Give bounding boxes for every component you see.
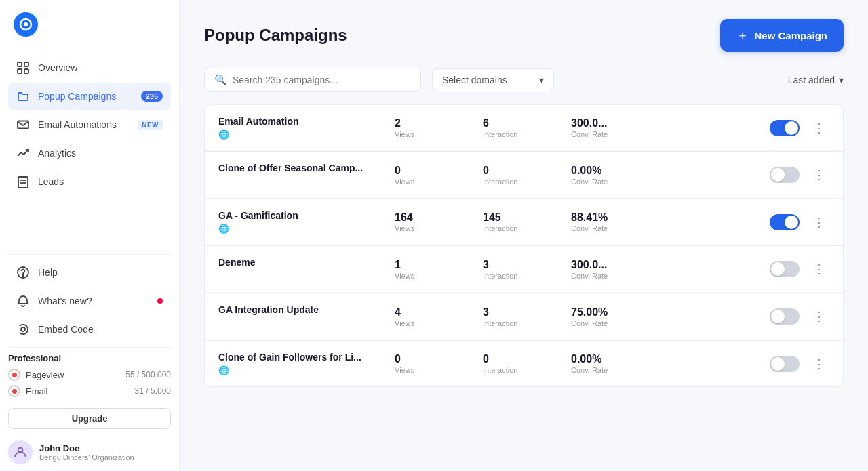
conv-stat: 0.00% Conv. Rate (571, 353, 618, 374)
sidebar-item-label: What's new? (38, 295, 92, 306)
campaign-card: GA Integration Update 4 Views 3 Interact… (204, 293, 844, 340)
svg-rect-7 (18, 177, 28, 188)
campaign-name: Clone of Gain Followers for Li... (218, 352, 374, 363)
conv-label: Conv. Rate (571, 130, 608, 138)
globe-icon: 🌐 (218, 224, 374, 234)
email-indicator (8, 385, 20, 397)
sidebar: Overview Popup Campaigns 235 Email Autom… (0, 0, 180, 471)
search-box[interactable]: 🔍 (204, 68, 421, 92)
plan-title: Professional (8, 353, 171, 363)
views-value: 1 (395, 259, 401, 271)
views-label: Views (395, 224, 414, 232)
new-campaign-button[interactable]: ＋ New Campaign (720, 19, 844, 52)
domain-select[interactable]: Select domains ▾ (432, 68, 554, 91)
email-dot (12, 389, 17, 394)
toggle-knob (771, 262, 785, 276)
upgrade-button[interactable]: Upgrade (8, 408, 171, 429)
analytics-icon (16, 146, 30, 160)
more-options-button[interactable]: ⋮ (809, 165, 829, 185)
more-options-button[interactable]: ⋮ (809, 212, 829, 232)
domain-select-label: Select domains (442, 75, 507, 85)
campaign-info: GA - Gamification 🌐 (218, 210, 374, 234)
bottom-nav: Help What's new? Embed Code (0, 255, 179, 347)
svg-rect-3 (24, 62, 28, 66)
campaign-card: Email Automation 🌐 2 Views 6 Interaction… (204, 104, 844, 151)
avatar (8, 440, 33, 464)
campaign-toggle[interactable] (770, 214, 800, 230)
sidebar-item-overview[interactable]: Overview (8, 54, 171, 81)
globe-icon: 🌐 (218, 365, 374, 375)
campaign-name: GA Integration Update (218, 304, 374, 315)
campaign-info: Deneme (218, 257, 374, 281)
campaign-info: Clone of Offer Seasonal Camp... (218, 163, 374, 187)
campaign-card: Clone of Offer Seasonal Camp... 0 Views … (204, 151, 844, 199)
new-badge: NEW (138, 120, 163, 130)
sidebar-item-popup-campaigns[interactable]: Popup Campaigns 235 (8, 83, 171, 110)
main-nav: Overview Popup Campaigns 235 Email Autom… (0, 49, 179, 254)
campaign-card: Clone of Gain Followers for Li... 🌐 0 Vi… (204, 340, 844, 387)
more-options-button[interactable]: ⋮ (809, 306, 829, 327)
sidebar-item-analytics[interactable]: Analytics (8, 140, 171, 167)
campaign-actions: ⋮ (770, 306, 829, 327)
conv-label: Conv. Rate (571, 178, 608, 186)
campaign-toggle[interactable] (770, 261, 800, 277)
conv-value: 300.0... (571, 117, 607, 129)
pageview-dot (12, 373, 17, 377)
page-title: Popup Campaigns (204, 26, 347, 45)
conv-stat: 88.41% Conv. Rate (571, 211, 618, 232)
views-label: Views (395, 366, 414, 374)
campaign-name: Email Automation (218, 116, 374, 127)
radio-icon (16, 323, 30, 336)
sidebar-item-label: Help (38, 267, 58, 278)
sidebar-item-help[interactable]: Help (8, 259, 171, 286)
search-input[interactable] (233, 75, 411, 85)
sort-select[interactable]: Last added ▾ (788, 75, 844, 85)
folder-icon (16, 89, 30, 103)
user-info: John Doe Bengu Dincers' Organization (39, 443, 134, 462)
email-label: Email (26, 386, 48, 396)
campaign-toggle[interactable] (770, 308, 800, 325)
svg-rect-5 (24, 69, 28, 73)
sidebar-item-label: Analytics (38, 148, 76, 159)
more-options-button[interactable]: ⋮ (809, 354, 829, 374)
main-content: Popup Campaigns ＋ New Campaign 🔍 Select … (180, 0, 868, 471)
campaign-actions: ⋮ (770, 118, 829, 138)
campaign-toggle[interactable] (770, 356, 800, 372)
new-campaign-label: New Campaign (754, 30, 827, 41)
svg-point-1 (24, 22, 28, 26)
interaction-label: Interaction (483, 130, 517, 138)
svg-point-11 (22, 275, 24, 277)
sort-chevron-icon: ▾ (839, 75, 844, 85)
campaign-card: Deneme 1 Views 3 Interaction 300.0... Co… (204, 245, 844, 293)
sidebar-item-label: Email Automations (38, 119, 117, 130)
search-icon: 🔍 (214, 74, 227, 86)
views-label: Views (395, 272, 414, 280)
sidebar-item-email-automations[interactable]: Email Automations NEW (8, 111, 171, 138)
sidebar-item-leads[interactable]: Leads (8, 168, 171, 195)
interaction-label: Interaction (483, 319, 517, 327)
sidebar-item-whats-new[interactable]: What's new? (8, 287, 171, 314)
stat-group: 0 Views 0 Interaction 0.00% Conv. Rate (374, 353, 770, 374)
campaign-toggle[interactable] (770, 120, 800, 136)
interaction-stat: 145 Interaction (483, 211, 530, 232)
interaction-stat: 0 Interaction (483, 165, 530, 186)
more-options-button[interactable]: ⋮ (809, 118, 829, 138)
views-stat: 0 Views (395, 353, 442, 374)
conv-value: 0.00% (571, 353, 601, 365)
views-value: 0 (395, 353, 401, 365)
globe-icon: 🌐 (218, 129, 374, 140)
filters-row: 🔍 Select domains ▾ Last added ▾ (204, 68, 844, 92)
sidebar-item-label: Embed Code (38, 324, 94, 335)
grid-icon (16, 61, 30, 75)
campaign-toggle[interactable] (770, 167, 800, 183)
more-options-button[interactable]: ⋮ (809, 259, 829, 279)
conv-label: Conv. Rate (571, 319, 608, 327)
conv-label: Conv. Rate (571, 224, 608, 232)
sidebar-item-embed-code[interactable]: Embed Code (8, 316, 171, 343)
svg-rect-2 (18, 62, 22, 66)
interaction-value: 145 (483, 211, 501, 224)
pageview-indicator (8, 369, 20, 381)
interaction-value: 0 (483, 165, 489, 177)
views-stat: 4 Views (395, 306, 442, 327)
campaign-card: GA - Gamification 🌐 164 Views 145 Intera… (204, 199, 844, 245)
